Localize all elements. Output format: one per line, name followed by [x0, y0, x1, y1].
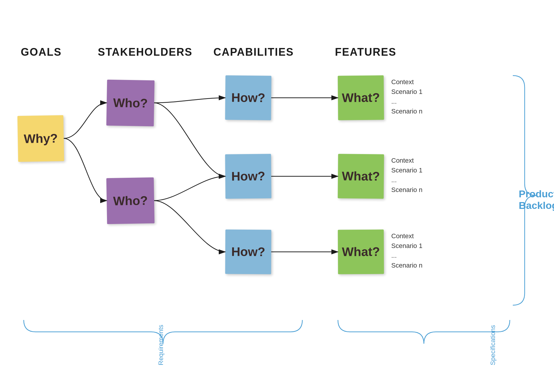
- note-what2: What?: [338, 154, 384, 199]
- scenario-block-1: ContextScenario 1...Scenario n: [391, 77, 422, 116]
- product-backlog-label: Product Backlog: [519, 188, 551, 211]
- scenario-block-2: ContextScenario 1...Scenario n: [391, 156, 422, 195]
- header-features: FEATURES: [335, 46, 396, 58]
- note-what3: What?: [338, 230, 384, 274]
- scenario-block-3: ContextScenario 1...Scenario n: [391, 231, 422, 270]
- arrows-svg: [0, 0, 554, 392]
- header-stakeholders: STAKEHOLDERS: [98, 46, 192, 58]
- note-who1: Who?: [106, 80, 155, 127]
- diagram-container: GOALS STAKEHOLDERS CAPABILITIES FEATURES…: [0, 0, 554, 392]
- note-why: Why?: [17, 115, 64, 162]
- header-goals: GOALS: [21, 46, 62, 58]
- note-how2: How?: [225, 154, 271, 199]
- note-who2: Who?: [106, 177, 155, 224]
- note-what1: What?: [338, 75, 384, 120]
- requirements-label: Requirements: [157, 325, 165, 365]
- header-capabilities: CAPABILITIES: [213, 46, 294, 58]
- note-how1: How?: [225, 75, 271, 120]
- note-how3: How?: [225, 230, 272, 274]
- specifications-label: Specifications: [489, 325, 497, 365]
